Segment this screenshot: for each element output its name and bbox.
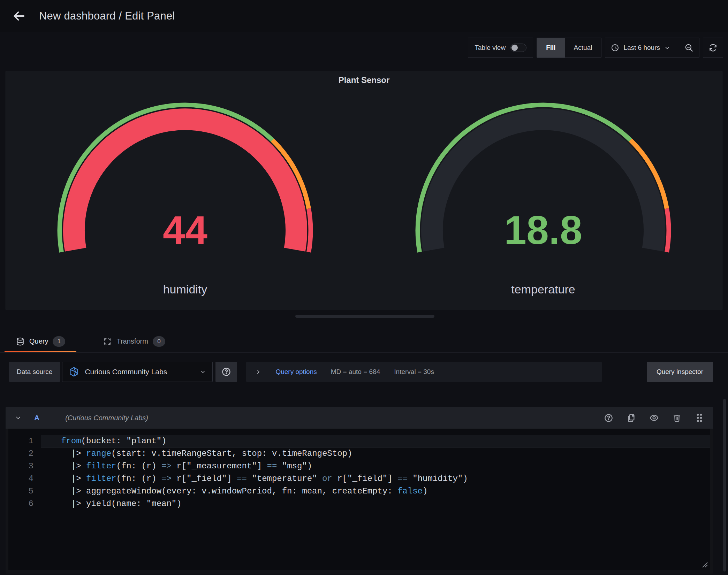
help-circle-icon <box>604 413 613 423</box>
max-data-points-value: MD = auto = 684 <box>331 368 380 376</box>
code-line: 6 |> yield(name: "mean") <box>8 498 710 510</box>
code-token: false <box>397 486 423 496</box>
back-arrow-icon <box>12 9 25 23</box>
code-line-content: |> filter(fn: (r) => r["_measurement"] =… <box>41 460 710 473</box>
datasource-label: Data source <box>9 362 60 382</box>
code-token: |> aggregateWindow(every: v.windowPeriod… <box>61 486 397 496</box>
datasource-select[interactable]: Curious Community Labs <box>62 362 213 382</box>
flux-query-code: 1from(bucket: "plant")2 |> range(start: … <box>8 435 710 510</box>
code-token: "msg") <box>277 461 312 471</box>
hide-response-button[interactable] <box>649 413 659 423</box>
eye-icon <box>649 413 659 423</box>
code-token: r["_field"] <box>332 474 397 483</box>
table-view-label: Table view <box>475 44 506 52</box>
query-inspector-button[interactable]: Query inspector <box>647 362 713 382</box>
code-line: 2 |> range(start: v.timeRangeStart, stop… <box>8 447 710 460</box>
query-datasource-hint: (Curious Community Labs) <box>65 414 148 422</box>
chevron-down-icon <box>664 45 670 51</box>
table-view-toggle[interactable] <box>510 44 526 52</box>
line-number: 5 <box>8 485 33 498</box>
delete-query-button[interactable] <box>672 413 682 423</box>
code-line-content: |> yield(name: "mean") <box>41 498 710 510</box>
vertical-scrollbar[interactable] <box>723 399 726 572</box>
code-token: ) <box>423 486 427 496</box>
grip-icon <box>695 413 704 423</box>
zoom-out-button[interactable] <box>684 43 693 52</box>
time-range-picker[interactable]: Last 6 hours <box>605 38 699 58</box>
chevron-down-icon[interactable] <box>15 414 22 421</box>
spacer <box>602 362 646 382</box>
line-number: 6 <box>8 498 33 510</box>
gauge-field-label: humidity <box>163 283 207 296</box>
top-header: New dashboard / Edit Panel <box>0 0 728 32</box>
copy-icon <box>627 413 636 423</box>
datasource-row: Data source Curious Community Labs Query… <box>9 362 713 382</box>
refresh-icon <box>708 43 718 52</box>
refresh-button[interactable] <box>708 43 718 52</box>
code-line: 3 |> filter(fn: (r) => r["_measurement"]… <box>8 460 710 473</box>
query-options-label: Query options <box>275 368 317 376</box>
code-token: |> <box>61 461 86 471</box>
query-row-header[interactable]: A (Curious Community Labs) <box>6 407 713 429</box>
flux-query-editor[interactable]: 1from(bucket: "plant")2 |> range(start: … <box>8 429 710 570</box>
tab-query[interactable]: Query 1 <box>5 330 76 352</box>
resize-corner-icon[interactable] <box>700 560 708 568</box>
code-token: "temperature" <box>247 474 322 483</box>
trash-icon <box>672 413 682 423</box>
code-token: (start: v.timeRangeStart, stop: v.timeRa… <box>111 449 352 458</box>
editor-tabs: Query 1 Transform 0 <box>0 330 728 353</box>
influxdb-logo-icon <box>69 367 79 377</box>
help-circle-icon <box>221 367 231 377</box>
actual-button[interactable]: Actual <box>565 38 601 58</box>
code-token: filter <box>86 474 116 483</box>
code-token: |> <box>61 449 86 458</box>
toggle-knob <box>511 45 518 51</box>
line-number: 1 <box>8 435 33 447</box>
active-tab-underline <box>5 351 76 352</box>
tab-transform-label: Transform <box>116 337 148 345</box>
code-token: or <box>322 474 332 483</box>
line-number: 4 <box>8 473 33 485</box>
code-line: 4 |> filter(fn: (r) => r["_field"] == "t… <box>8 473 710 485</box>
gauge-humidity: 44humidity <box>6 91 364 310</box>
line-number: 3 <box>8 460 33 473</box>
transform-icon <box>103 337 112 346</box>
database-icon <box>16 337 25 346</box>
query-help-button[interactable] <box>604 413 613 423</box>
code-line: 1from(bucket: "plant") <box>8 435 710 447</box>
time-range-label: Last 6 hours <box>623 44 660 52</box>
interval-value: Interval = 30s <box>394 368 434 376</box>
code-token: => <box>161 461 172 471</box>
panel-resize-handle[interactable] <box>295 315 434 318</box>
gauge-temperature: 18.8temperature <box>364 91 722 310</box>
gauge-field-label: temperature <box>511 283 575 296</box>
duplicate-query-button[interactable] <box>627 413 636 423</box>
plant-sensor-panel: Plant Sensor 44humidity18.8temperature <box>6 71 722 310</box>
datasource-help-button[interactable] <box>215 362 237 382</box>
fill-actual-segmented: Fill Actual <box>537 38 601 58</box>
zoom-out-icon <box>684 43 693 52</box>
datasource-selected-value: Curious Community Labs <box>85 368 167 376</box>
panel-toolbar: Table view Fill Actual Last 6 hours <box>468 38 723 58</box>
tab-transform[interactable]: Transform 0 <box>92 330 176 352</box>
code-token: == <box>397 474 408 483</box>
code-token: filter <box>86 461 116 471</box>
code-token: == <box>267 461 277 471</box>
code-token: range <box>86 449 111 458</box>
code-token: r["_field"] <box>172 474 237 483</box>
refresh-group <box>703 38 723 58</box>
drag-query-handle[interactable] <box>695 413 704 423</box>
toolbar-divider <box>678 38 678 58</box>
gauge-value: 44 <box>163 208 207 252</box>
fill-button[interactable]: Fill <box>537 38 564 58</box>
gauge-value: 18.8 <box>504 208 582 252</box>
code-token: => <box>161 474 172 483</box>
tab-query-count-badge: 1 <box>53 336 65 347</box>
query-ref-id: A <box>34 414 39 422</box>
panel-title: Plant Sensor <box>6 71 722 91</box>
gauge-arc <box>309 209 311 252</box>
query-options-bar[interactable]: Query options MD = auto = 684 Interval =… <box>246 362 602 382</box>
back-button[interactable] <box>10 8 27 24</box>
code-token: (fn: (r) <box>116 474 161 483</box>
code-token: == <box>237 474 247 483</box>
